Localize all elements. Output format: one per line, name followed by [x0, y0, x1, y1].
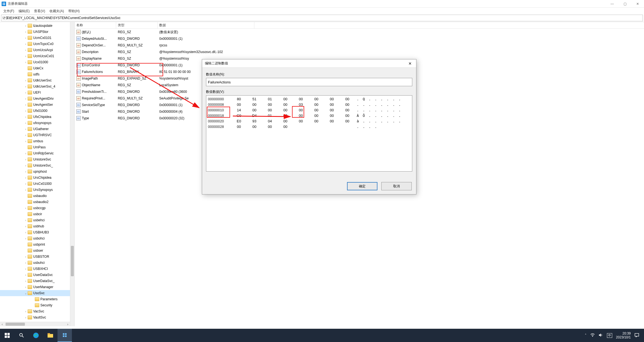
- hex-byte[interactable]: 01: [262, 97, 278, 101]
- tree-item[interactable]: ›UcmCx0101: [0, 35, 74, 41]
- tree-item[interactable]: ›UevAgentSer: [0, 102, 74, 108]
- chevron-icon[interactable]: ›: [24, 286, 28, 289]
- start-button[interactable]: [0, 329, 14, 342]
- tree-item[interactable]: UmPass: [0, 144, 74, 150]
- chevron-icon[interactable]: ›: [24, 231, 28, 234]
- tree-item[interactable]: ›upnphost: [0, 169, 74, 175]
- tray-ime[interactable]: 中: [607, 333, 612, 338]
- hex-byte[interactable]: 00: [340, 108, 355, 112]
- hex-line[interactable]: 0000002800000000. . . .: [206, 124, 412, 129]
- chevron-icon[interactable]: ›: [24, 188, 28, 191]
- tree-item[interactable]: ›UnistoreSvc_: [0, 162, 74, 169]
- tree-item[interactable]: ›USBSTOR: [0, 254, 74, 260]
- tree-item[interactable]: ›UnistoreSvc: [0, 156, 74, 162]
- chevron-icon[interactable]: ›: [24, 267, 28, 270]
- chevron-icon[interactable]: ›: [24, 97, 28, 100]
- chevron-icon[interactable]: ›: [24, 164, 28, 167]
- chevron-icon[interactable]: ›: [24, 176, 28, 179]
- tree-item[interactable]: usbcir: [0, 211, 74, 217]
- hex-byte[interactable]: 00: [340, 102, 355, 107]
- tree-item[interactable]: UdeCx: [0, 65, 74, 71]
- value-row[interactable]: abDescriptionREG_SZ@%systemroot%\system3…: [75, 49, 644, 55]
- chevron-icon[interactable]: ›: [24, 207, 28, 210]
- hex-byte[interactable]: 00: [309, 97, 324, 101]
- hex-byte[interactable]: 01: [262, 114, 278, 118]
- hex-byte[interactable]: 03: [293, 102, 309, 107]
- hex-byte[interactable]: 04: [262, 119, 278, 123]
- chevron-icon[interactable]: ›: [24, 30, 28, 33]
- chevron-icon[interactable]: ›: [24, 182, 28, 185]
- chevron-icon[interactable]: ›: [24, 91, 28, 94]
- hex-byte[interactable]: 00: [247, 125, 262, 129]
- chevron-icon[interactable]: ⌄: [24, 292, 28, 295]
- tree-item[interactable]: Parameters: [0, 296, 74, 302]
- chevron-icon[interactable]: ›: [24, 128, 28, 131]
- value-row[interactable]: ab(默认)REG_SZ(数值未设置): [75, 29, 644, 35]
- tree-item[interactable]: ›UcmUcsiAcpi: [0, 47, 74, 53]
- explorer-icon[interactable]: [43, 329, 58, 342]
- cancel-button[interactable]: 取消: [381, 182, 412, 190]
- hex-byte[interactable]: 00: [309, 108, 324, 112]
- tree-item[interactable]: ›umbus: [0, 138, 74, 144]
- chevron-icon[interactable]: ›: [24, 273, 28, 277]
- menu-view[interactable]: 查看(V): [32, 9, 47, 14]
- hex-byte[interactable]: D4: [247, 114, 262, 118]
- chevron-icon[interactable]: ›: [24, 115, 28, 119]
- hex-byte[interactable]: 00: [324, 114, 340, 118]
- hex-byte[interactable]: 00: [293, 108, 309, 112]
- menu-edit[interactable]: 编辑(E): [16, 9, 32, 14]
- tree-item[interactable]: ›tzautoupdate: [0, 23, 74, 29]
- tray-clock[interactable]: 20:39 2023/10/1: [616, 332, 631, 340]
- chevron-icon[interactable]: ›: [24, 24, 28, 27]
- tree-item[interactable]: ›Ufx01000: [0, 108, 74, 114]
- value-row[interactable]: 01DelayedAutoSt...REG_DWORD0x00000001 (1…: [75, 35, 644, 42]
- chevron-icon[interactable]: ›: [24, 49, 28, 52]
- hex-byte[interactable]: 00: [293, 114, 309, 118]
- hex-byte[interactable]: 00: [293, 97, 309, 101]
- tree-item[interactable]: usbaudio: [0, 193, 74, 199]
- tree-item[interactable]: ›usbuhci: [0, 260, 74, 266]
- hex-byte[interactable]: 00: [340, 114, 355, 118]
- hex-byte[interactable]: 00: [278, 114, 293, 118]
- chevron-icon[interactable]: ›: [24, 122, 28, 125]
- chevron-icon[interactable]: ›: [24, 85, 28, 88]
- hex-byte[interactable]: 00: [247, 102, 262, 107]
- hex-byte[interactable]: C0: [231, 114, 247, 118]
- tree-item[interactable]: ›UrsChipidea: [0, 175, 74, 181]
- regedit-taskbar-icon[interactable]: [58, 329, 72, 342]
- search-button[interactable]: [14, 329, 29, 342]
- tree-item[interactable]: ›VaultSvc: [0, 314, 74, 320]
- tree-item[interactable]: ›UcmTcpciCx0: [0, 41, 74, 47]
- chevron-icon[interactable]: ›: [24, 219, 28, 222]
- hex-byte[interactable]: 00: [309, 102, 324, 107]
- hex-byte[interactable]: 00: [324, 119, 340, 123]
- hex-byte[interactable]: 00: [324, 97, 340, 101]
- chevron-icon[interactable]: ›: [24, 103, 28, 106]
- tree-item[interactable]: usbser: [0, 248, 74, 254]
- col-header-type[interactable]: 类型: [116, 22, 158, 28]
- hex-byte[interactable]: 00: [278, 119, 293, 123]
- tree-item[interactable]: ›UrsCx01000: [0, 181, 74, 187]
- hex-byte[interactable]: E0: [231, 119, 247, 123]
- hex-line[interactable]: 000000101400000000000000. . . . . . . .: [206, 107, 412, 113]
- hex-byte[interactable]: 00: [309, 114, 324, 118]
- hex-byte[interactable]: 00: [247, 108, 262, 112]
- tree-item[interactable]: ›USBHUB3: [0, 229, 74, 235]
- address-bar[interactable]: 计算机\HKEY_LOCAL_MACHINE\SYSTEM\CurrentCon…: [1, 15, 643, 21]
- chevron-icon[interactable]: ›: [24, 36, 28, 40]
- chevron-icon[interactable]: ›: [24, 280, 28, 283]
- hex-byte[interactable]: 00: [278, 102, 293, 107]
- tree-item[interactable]: udfs: [0, 71, 74, 77]
- hex-byte[interactable]: 00: [278, 97, 293, 101]
- chevron-icon[interactable]: ›: [24, 79, 28, 82]
- edge-icon[interactable]: [29, 329, 43, 342]
- hex-byte[interactable]: 00: [340, 97, 355, 101]
- tree-hscroll[interactable]: ‹›: [0, 322, 70, 326]
- col-header-name[interactable]: 名称: [75, 22, 116, 28]
- value-name-input[interactable]: [206, 78, 412, 86]
- maximize-button[interactable]: ▢: [619, 0, 631, 8]
- hex-byte[interactable]: 00: [231, 102, 247, 107]
- chevron-icon[interactable]: ›: [24, 225, 28, 228]
- value-row[interactable]: abDependOnSer...REG_MULTI_SZrpcss: [75, 42, 644, 49]
- menu-help[interactable]: 帮助(H): [66, 9, 82, 14]
